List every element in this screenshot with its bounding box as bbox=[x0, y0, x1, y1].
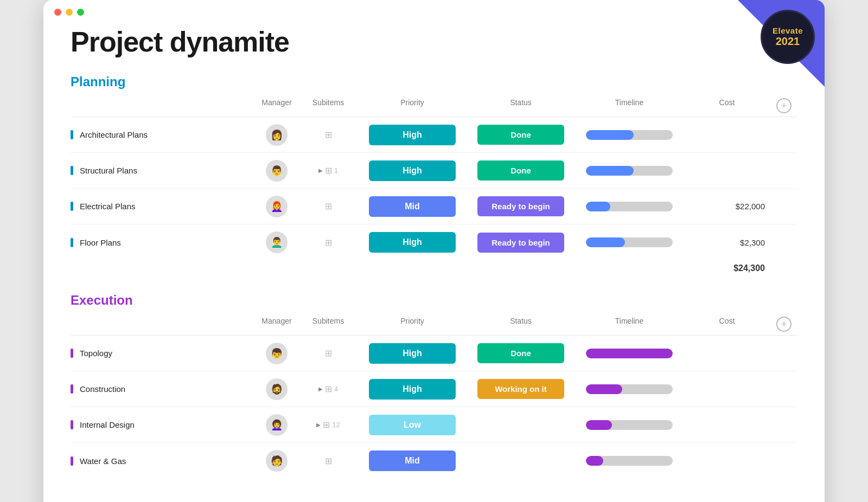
status-badge[interactable]: Working on it bbox=[477, 379, 564, 399]
priority-cell: High bbox=[358, 125, 467, 145]
priority-cell: High bbox=[358, 160, 467, 181]
timeline-bar bbox=[586, 456, 673, 466]
cost-cell: $2,300 bbox=[684, 238, 770, 247]
timeline-cell bbox=[575, 202, 684, 211]
row-name-cell: Internal Design bbox=[71, 420, 255, 429]
col-header-cost: Cost bbox=[684, 98, 770, 113]
priority-badge[interactable]: High bbox=[369, 379, 456, 400]
timeline-cell bbox=[575, 456, 684, 466]
titlebar bbox=[43, 0, 825, 20]
timeline-fill bbox=[586, 420, 612, 430]
status-badge[interactable]: Ready to begin bbox=[477, 233, 564, 253]
priority-badge[interactable]: Mid bbox=[369, 450, 456, 471]
exec-col-header-status: Status bbox=[467, 317, 575, 332]
row-name-text: Architectural Plans bbox=[80, 130, 148, 139]
row-border-indicator bbox=[71, 202, 73, 211]
subitems-cell: ▶⊞1 bbox=[298, 165, 358, 176]
timeline-fill bbox=[586, 349, 673, 358]
exec-col-header-priority: Priority bbox=[358, 317, 467, 332]
planning-table-header: Manager Subitems Priority Status Timelin… bbox=[71, 95, 797, 117]
status-badge[interactable]: Ready to begin bbox=[477, 196, 564, 216]
manager-cell: 👩‍🦱 bbox=[255, 414, 298, 436]
status-badge[interactable]: Done bbox=[477, 343, 564, 363]
manager-cell: 👦 bbox=[255, 343, 298, 364]
timeline-cell bbox=[575, 420, 684, 430]
execution-table-header: Manager Subitems Priority Status Timelin… bbox=[71, 313, 797, 336]
status-badge[interactable]: Done bbox=[477, 160, 564, 181]
minimize-dot[interactable] bbox=[66, 9, 73, 16]
priority-cell: High bbox=[358, 232, 467, 253]
row-border-indicator bbox=[71, 420, 73, 429]
status-badge[interactable]: Done bbox=[477, 125, 564, 145]
table-row: Structural Plans👨▶⊞1HighDone bbox=[71, 153, 797, 189]
timeline-bar bbox=[586, 166, 673, 176]
manager-cell: 👩‍🦰 bbox=[255, 196, 298, 217]
table-row: Floor Plans👨‍🦱⊞HighReady to begin$2,300 bbox=[71, 224, 797, 260]
subitems-icon: ⊞ bbox=[325, 201, 332, 211]
subitems-cell: ⊞ bbox=[298, 348, 358, 358]
table-row: Water & Gas🧑⊞Mid bbox=[71, 443, 797, 479]
subitems-arrow-icon[interactable]: ▶ bbox=[318, 168, 323, 173]
subitems-cell: ⊞ bbox=[298, 456, 358, 466]
status-cell: Done bbox=[467, 160, 575, 181]
table-row: Topology👦⊞HighDone bbox=[71, 336, 797, 371]
priority-cell: Mid bbox=[358, 450, 467, 471]
priority-badge[interactable]: Mid bbox=[369, 196, 456, 217]
col-header-add: + bbox=[770, 98, 797, 113]
priority-badge[interactable]: High bbox=[369, 160, 456, 181]
add-column-button[interactable]: + bbox=[776, 98, 792, 113]
timeline-cell bbox=[575, 384, 684, 394]
avatar: 👩 bbox=[266, 124, 288, 146]
exec-col-header-name bbox=[71, 317, 255, 332]
priority-cell: High bbox=[358, 343, 467, 364]
timeline-fill bbox=[586, 202, 610, 211]
timeline-cell bbox=[575, 130, 684, 140]
exec-col-header-cost: Cost bbox=[684, 317, 770, 332]
planning-total: $24,300 bbox=[71, 260, 797, 276]
planning-table: Manager Subitems Priority Status Timelin… bbox=[71, 95, 797, 276]
priority-badge[interactable]: High bbox=[369, 232, 456, 253]
priority-badge[interactable]: High bbox=[369, 343, 456, 364]
main-window: Elevate 2021 Project dynamite Planning M… bbox=[43, 0, 825, 502]
row-name-text: Structural Plans bbox=[80, 166, 137, 175]
subitems-count: 1 bbox=[334, 166, 338, 175]
manager-cell: 👩 bbox=[255, 124, 298, 146]
maximize-dot[interactable] bbox=[77, 9, 84, 16]
row-border-indicator bbox=[71, 456, 73, 466]
priority-badge[interactable]: Low bbox=[369, 415, 456, 435]
subitems-cell: ▶⊞4 bbox=[298, 384, 358, 394]
col-header-manager: Manager bbox=[255, 98, 298, 113]
avatar: 👦 bbox=[266, 343, 288, 364]
subitems-count: 4 bbox=[334, 385, 338, 393]
priority-badge[interactable]: High bbox=[369, 125, 456, 145]
col-header-timeline: Timeline bbox=[575, 98, 684, 113]
timeline-bar bbox=[586, 384, 673, 394]
timeline-cell bbox=[575, 166, 684, 176]
subitems-icon: ⊞ bbox=[325, 237, 332, 248]
timeline-fill bbox=[586, 237, 625, 247]
avatar: 🧔 bbox=[266, 378, 288, 400]
avatar: 👩‍🦱 bbox=[266, 414, 288, 436]
row-name-cell: Structural Plans bbox=[71, 166, 255, 175]
subitems-arrow-icon[interactable]: ▶ bbox=[316, 422, 321, 428]
subitems-cell: ⊞ bbox=[298, 201, 358, 211]
timeline-fill bbox=[586, 384, 622, 394]
avatar: 🧑 bbox=[266, 450, 288, 472]
content-area: Project dynamite Planning Manager Subite… bbox=[43, 20, 825, 502]
status-cell: Done bbox=[467, 343, 575, 363]
subitems-arrow-icon[interactable]: ▶ bbox=[318, 386, 323, 392]
close-dot[interactable] bbox=[54, 9, 61, 16]
planning-rows-container: Architectural Plans👩⊞HighDoneStructural … bbox=[71, 117, 797, 260]
col-header-priority: Priority bbox=[358, 98, 467, 113]
timeline-fill bbox=[586, 456, 603, 466]
exec-add-column-button[interactable]: + bbox=[776, 317, 792, 332]
avatar: 👩‍🦰 bbox=[266, 196, 288, 217]
table-row: Construction🧔▶⊞4HighWorking on it bbox=[71, 371, 797, 407]
subitems-icon: ⊞ bbox=[325, 384, 332, 394]
subitems-icon: ⊞ bbox=[325, 130, 332, 140]
timeline-bar bbox=[586, 130, 673, 140]
row-name-text: Electrical Plans bbox=[80, 202, 136, 211]
col-header-subitems: Subitems bbox=[298, 98, 358, 113]
row-name-text: Water & Gas bbox=[80, 456, 126, 466]
subitems-icon: ⊞ bbox=[325, 165, 332, 176]
